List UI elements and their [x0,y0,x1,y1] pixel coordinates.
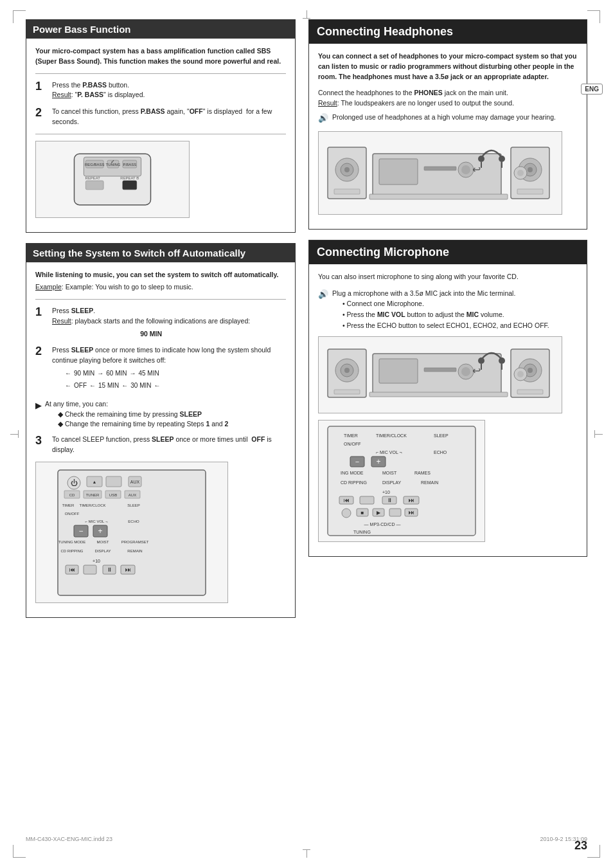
svg-point-71 [528,167,533,172]
step1-num: 1 [35,80,46,92]
svg-rect-12 [123,180,137,189]
mic-bullet1: Connect one Microphone. [342,298,549,309]
sleep-step1: 1 Press SLEEP. Result: playback starts a… [35,306,286,339]
svg-text:■: ■ [361,510,364,516]
tip1: ◆ Check the remaining time by pressing S… [58,410,202,418]
svg-text:+: + [376,457,380,466]
corner-mark-tl [13,10,26,23]
top-crosshair [303,10,310,19]
speaker-icon [318,111,328,125]
svg-point-124 [342,509,351,518]
svg-text:P.BASS: P.BASS [123,163,136,167]
svg-text:⏸: ⏸ [107,566,112,573]
eng-badge: ENG [581,84,603,95]
step2-num: 2 [35,107,46,118]
svg-text:−: − [78,527,83,536]
svg-text:AUX: AUX [129,493,136,497]
svg-text:⏻: ⏻ [71,479,78,487]
remote-image-small: REG/BASS TUNING ✓ P.BASS REPEAT REPEAT B [35,141,190,218]
svg-text:+: + [98,527,102,536]
page-number: 23 [574,839,587,853]
svg-text:REPEAT B: REPEAT B [120,176,139,180]
right-column: Connecting Headphones You can connect a … [308,19,587,628]
svg-text:REMAIN: REMAIN [421,480,438,485]
headphones-intro: You can connect a set of headphones to y… [318,51,578,82]
svg-text:TUNING: TUNING [353,530,371,534]
svg-text:DISPLAY: DISPLAY [95,549,111,553]
svg-text:ECHO: ECHO [128,520,139,523]
svg-text:MOIST: MOIST [382,471,397,475]
tip2: ◆ Change the remaining time by repeating… [58,420,228,428]
svg-text:RAMES: RAMES [414,471,431,475]
sleep-tip-content: At any time, you can: ◆ Check the remain… [45,399,228,429]
main-columns: Power Bass Function Your micro-compact s… [26,19,587,628]
svg-rect-18 [106,476,121,487]
svg-text:⌐ MIC VOL ¬: ⌐ MIC VOL ¬ [85,520,108,523]
svg-rect-129 [389,509,401,516]
svg-text:▲: ▲ [93,480,97,484]
mic-bullet2: Press the MIC VOL button to adjust the M… [342,309,549,320]
svg-text:⏭: ⏭ [409,497,414,503]
svg-text:+10: +10 [93,559,100,563]
svg-text:PROGRAMSET: PROGRAMSET [121,540,149,544]
svg-text:REG/BASS: REG/BASS [85,163,104,167]
svg-text:⌐ MIC VOL ¬: ⌐ MIC VOL ¬ [376,450,402,455]
stereo-mic-image: ↩ [318,336,562,413]
svg-rect-72 [517,189,543,194]
svg-point-94 [528,368,533,373]
svg-text:⏭: ⏭ [125,566,131,573]
divider1 [35,73,286,74]
svg-text:−: − [355,458,359,466]
sleep-step1-content: Press SLEEP. Result: playback starts and… [52,306,250,339]
svg-point-56 [344,167,350,172]
svg-rect-11 [85,180,103,189]
remote-panel-image: TIMER TIMER/CLOCK SLEEP ON/OFF ⌐ MIC VOL… [318,420,485,542]
mic-bullet3: Press the ECHO button to select ECHO1, E… [342,320,549,331]
power-bass-section: Power Bass Function Your micro-compact s… [26,19,296,233]
headphones-warning: Prolonged use of headphones at a high vo… [318,113,578,125]
sleep-step3-content: To cancel SLEEP function, press SLEEP on… [52,435,286,455]
svg-text:TUNING MODE: TUNING MODE [58,540,86,544]
step2-content: To cancel this function, press P.BASS ag… [52,107,286,127]
svg-rect-82 [379,359,418,383]
corner-mark-bl [13,845,26,858]
footer: MM-C430-XAC-ENG-MIC.indd 23 2010-9-2 15:… [26,836,587,842]
svg-text:ECHO: ECHO [434,450,447,455]
left-crosshair [10,430,19,438]
svg-rect-119 [360,496,374,504]
svg-point-75 [517,170,524,176]
svg-point-63 [478,156,484,162]
sleep-step2-content: Press SLEEP once or more times to indica… [52,345,286,393]
svg-text:TIMER/CLOCK: TIMER/CLOCK [79,503,105,507]
sleep-step1-num: 1 [35,306,46,318]
sleep-step3: 3 To cancel SLEEP function, press SLEEP … [35,435,286,455]
sleep-title: Setting the System to Switch off Automat… [26,244,295,262]
svg-point-98 [517,371,524,377]
svg-text:REPEAT: REPEAT [85,176,101,180]
sleep-diagram: ←90 MIN→60 MIN→45 MIN [65,368,286,378]
svg-text:✓: ✓ [111,159,115,165]
svg-text:ON/OFF: ON/OFF [344,442,360,446]
headphones-content: You can connect a set of headphones to y… [309,44,587,229]
svg-text:⏮: ⏮ [69,566,75,573]
stereo-headphones-image: ↩ [318,131,562,215]
left-column: Power Bass Function Your micro-compact s… [26,19,296,628]
sleep-display: 90 MIN [52,329,250,339]
svg-text:CD: CD [69,493,75,497]
svg-rect-48 [84,565,96,574]
arrow-icon: ▶ [35,399,42,412]
svg-point-62 [461,165,470,174]
svg-text:TIMER: TIMER [344,433,358,438]
svg-text:SLEEP: SLEEP [434,433,449,438]
page: ENG Power Bass Function Your micro-compa… [0,0,613,868]
headphones-connect: Connect the headphones to the PHONES jac… [318,88,578,109]
sleep-intro-bold: While listening to music, you can set th… [35,270,286,280]
svg-text:USB: USB [109,493,117,497]
svg-text:REMAIN: REMAIN [127,549,142,553]
svg-text:CD RIPPING: CD RIPPING [341,480,367,485]
svg-rect-83 [424,368,456,372]
divider2 [35,134,286,134]
power-bass-content: Your micro-compact system has a bass amp… [26,39,295,232]
svg-rect-95 [517,390,543,394]
svg-point-86 [478,357,484,364]
